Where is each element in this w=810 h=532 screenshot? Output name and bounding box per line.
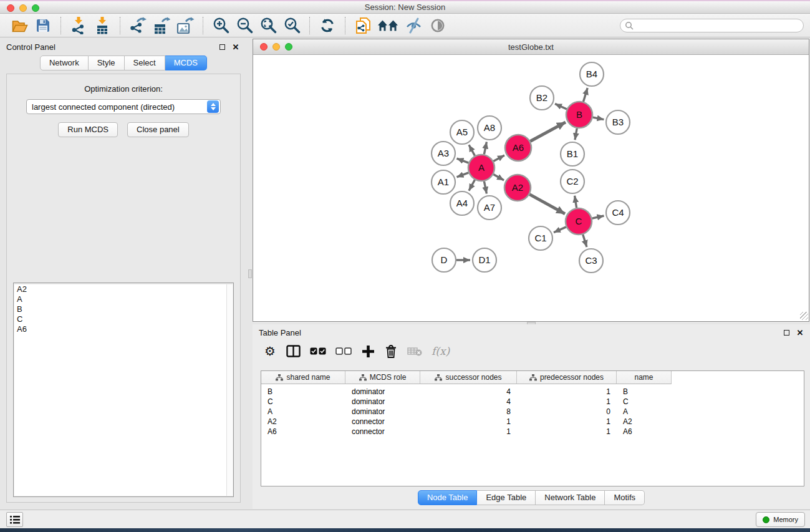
network-window-titlebar[interactable]: testGlobe.txt xyxy=(253,39,809,55)
graph-node-B1[interactable]: B1 xyxy=(561,142,584,166)
zoom-fit-icon[interactable] xyxy=(258,16,279,36)
table-row[interactable]: Cdominator41C xyxy=(261,397,804,407)
graph-node-C1[interactable]: C1 xyxy=(529,226,552,250)
graph-edge-B-B3[interactable] xyxy=(593,117,604,119)
graph-edge-A6-B[interactable] xyxy=(530,122,566,142)
graph-edge-C-C2[interactable] xyxy=(575,196,577,208)
zoom-window-button[interactable] xyxy=(32,4,39,12)
graph-node-A[interactable]: A xyxy=(468,155,494,181)
graph-node-A2[interactable]: A2 xyxy=(504,175,531,201)
column-header-mcds-role[interactable]: MCDS role xyxy=(345,371,420,384)
float-panel-icon[interactable] xyxy=(217,43,227,52)
graph-edge-B-B1[interactable] xyxy=(575,128,577,140)
graph-node-D[interactable]: D xyxy=(432,248,456,272)
close-network-button[interactable] xyxy=(260,43,268,51)
result-list-item[interactable]: A6 xyxy=(14,324,233,334)
result-list-item[interactable]: B xyxy=(14,304,233,314)
graph-edge-A-A8[interactable] xyxy=(484,142,486,155)
zoom-in-icon[interactable] xyxy=(210,16,231,36)
graph-node-A8[interactable]: A8 xyxy=(478,116,501,140)
graph-node-C4[interactable]: C4 xyxy=(606,201,630,225)
graph-node-C3[interactable]: C3 xyxy=(579,249,603,273)
graph-node-B[interactable]: B xyxy=(566,102,592,128)
graph-edge-B-B4[interactable] xyxy=(584,88,588,102)
result-list-item[interactable]: A2 xyxy=(14,284,233,294)
float-table-panel-icon[interactable] xyxy=(781,329,791,337)
memory-button[interactable]: Memory xyxy=(756,512,805,527)
graph-edge-C-C4[interactable] xyxy=(592,216,604,218)
result-list-item[interactable]: A xyxy=(14,294,233,304)
graph-edge-A-A4[interactable] xyxy=(469,180,475,191)
tab-node-table[interactable]: Node Table xyxy=(418,490,478,505)
table-row[interactable]: Adominator80A xyxy=(261,407,804,417)
export-table-icon[interactable] xyxy=(151,16,172,36)
search-input[interactable] xyxy=(634,21,803,30)
graph-edge-A-A2[interactable] xyxy=(493,175,504,180)
graph-node-D1[interactable]: D1 xyxy=(473,248,496,272)
graph-edge-A-A3[interactable] xyxy=(457,158,469,163)
tab-select[interactable]: Select xyxy=(125,56,165,70)
refresh-icon[interactable] xyxy=(317,16,338,36)
select-all-icon[interactable] xyxy=(310,344,326,359)
graph-node-A5[interactable]: A5 xyxy=(450,120,474,144)
export-image-icon[interactable] xyxy=(175,16,196,36)
graph-edge-A-A7[interactable] xyxy=(484,181,486,194)
close-panel-icon[interactable]: ✕ xyxy=(231,43,241,52)
zoom-out-icon[interactable] xyxy=(234,16,255,36)
import-network-icon[interactable] xyxy=(68,16,89,36)
column-header-successor-nodes[interactable]: successor nodes xyxy=(420,371,517,384)
tab-motifs[interactable]: Motifs xyxy=(605,490,645,505)
result-scrollbar[interactable] xyxy=(226,284,233,496)
export-network-icon[interactable] xyxy=(127,16,148,36)
task-history-button[interactable] xyxy=(6,512,23,527)
tab-network-table[interactable]: Network Table xyxy=(536,490,605,505)
column-header-predecessor-nodes[interactable]: predecessor nodes xyxy=(517,371,617,384)
save-session-icon[interactable] xyxy=(32,16,54,36)
delete-column-icon[interactable] xyxy=(384,344,398,359)
network-canvas[interactable]: B4B2BB3A8A5A6A3B1AA1C2A2A4A7C4CC1C3DD1 xyxy=(253,55,809,321)
graph-edge-A-A5[interactable] xyxy=(469,145,475,156)
graph-node-B4[interactable]: B4 xyxy=(580,62,604,86)
graph-node-A7[interactable]: A7 xyxy=(478,196,501,220)
table-row[interactable]: A6connector11A6 xyxy=(261,427,804,437)
import-table-icon[interactable] xyxy=(92,16,113,36)
close-panel-button[interactable]: Close panel xyxy=(127,122,189,137)
column-header-shared-name[interactable]: shared name xyxy=(261,371,345,384)
graph-edge-B-B2[interactable] xyxy=(555,104,567,109)
graph-node-B3[interactable]: B3 xyxy=(606,110,630,134)
splitter-handle-vertical[interactable] xyxy=(248,269,252,278)
zoom-selected-icon[interactable] xyxy=(281,16,302,36)
graph-edge-C-C3[interactable] xyxy=(583,235,587,247)
search-field[interactable] xyxy=(620,19,804,32)
graph-node-A3[interactable]: A3 xyxy=(432,142,455,165)
add-column-icon[interactable] xyxy=(361,344,375,359)
resize-grip-icon[interactable] xyxy=(800,312,808,320)
graph-edge-A-A6[interactable] xyxy=(493,155,504,162)
tab-edge-table[interactable]: Edge Table xyxy=(477,490,536,505)
zoom-network-button[interactable] xyxy=(285,43,292,51)
tab-network[interactable]: Network xyxy=(40,56,89,70)
graph-node-C2[interactable]: C2 xyxy=(561,170,584,193)
close-table-panel-icon[interactable]: ✕ xyxy=(795,329,805,337)
graph-node-A4[interactable]: A4 xyxy=(450,191,474,215)
copy-style-icon[interactable] xyxy=(352,16,374,36)
tab-style[interactable]: Style xyxy=(89,56,125,70)
minimize-window-button[interactable] xyxy=(19,4,27,12)
open-file-icon[interactable] xyxy=(9,16,30,36)
graph-node-C[interactable]: C xyxy=(566,208,592,235)
graph-node-A1[interactable]: A1 xyxy=(432,170,455,194)
run-mcds-button[interactable]: Run MCDS xyxy=(58,122,118,137)
close-window-button[interactable] xyxy=(7,4,14,12)
graph-edge-A2-C[interactable] xyxy=(529,195,565,214)
show-details-icon[interactable] xyxy=(427,16,448,36)
tab-mcds[interactable]: MCDS xyxy=(165,56,207,70)
table-row[interactable]: Bdominator41B xyxy=(261,387,804,397)
hide-details-icon[interactable] xyxy=(403,16,425,36)
home-layout-icon[interactable] xyxy=(376,16,401,36)
graph-edge-A-A1[interactable] xyxy=(457,173,469,177)
mcds-result-list[interactable]: A2ABCA6 xyxy=(14,284,233,496)
graph-node-B2[interactable]: B2 xyxy=(530,86,554,110)
show-column-icon[interactable] xyxy=(286,344,301,359)
minimize-network-button[interactable] xyxy=(272,43,280,51)
unselect-all-icon[interactable] xyxy=(335,344,352,359)
